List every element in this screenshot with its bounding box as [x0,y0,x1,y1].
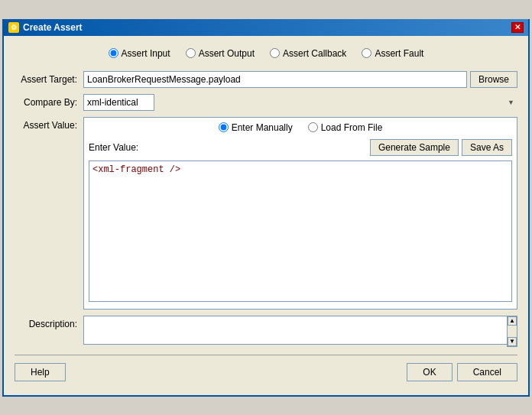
compare-by-label: Compare By: [15,97,83,108]
scroll-up-button[interactable]: ▲ [508,316,517,326]
close-button[interactable]: ✕ [511,22,524,33]
enter-value-label: Enter Value: [89,142,138,153]
help-button[interactable]: Help [15,363,66,381]
load-from-file-option[interactable]: Load From File [308,122,383,133]
assert-value-row: Assert Value: Enter Manually Load From F… [15,117,517,310]
enter-manually-label: Enter Manually [232,122,293,133]
footer-divider [15,355,517,355]
assert-input-label: Assert Input [122,48,170,59]
assert-fault-option[interactable]: Assert Fault [362,48,423,59]
assert-input-option[interactable]: Assert Input [109,48,170,59]
assert-input-radio[interactable] [109,48,118,58]
title-bar: ⚙ Create Assert ✕ [4,19,528,36]
footer-right-buttons: OK Cancel [407,363,517,381]
code-editor[interactable] [89,160,512,302]
description-label: Description: [15,316,83,347]
dialog-content: Assert Input Assert Output Assert Callba… [4,36,528,395]
compare-by-select[interactable]: xml-identical xml-similar exact contains [83,94,154,111]
value-source-row: Enter Manually Load From File [89,122,512,133]
assert-target-controls: Browse [83,71,517,88]
enter-manually-option[interactable]: Enter Manually [219,122,293,133]
assert-fault-radio[interactable] [362,48,371,58]
compare-by-row: Compare By: xml-identical xml-similar ex… [15,94,517,111]
title-bar-left: ⚙ Create Assert [8,22,83,33]
assert-target-input[interactable] [83,71,467,88]
assert-target-label: Assert Target: [15,74,83,85]
assert-callback-label: Assert Callback [283,48,346,59]
browse-button[interactable]: Browse [470,71,517,88]
assert-value-panel: Enter Manually Load From File Enter Valu… [83,117,517,310]
enter-value-row: Enter Value: Generate Sample Save As [89,139,512,156]
cancel-button[interactable]: Cancel [457,363,517,381]
assert-type-row: Assert Input Assert Output Assert Callba… [15,44,517,63]
generate-sample-button[interactable]: Generate Sample [370,139,459,156]
assert-callback-radio[interactable] [270,48,280,58]
assert-fault-label: Assert Fault [375,48,423,59]
scroll-down-button[interactable]: ▼ [508,337,517,346]
load-from-file-label: Load From File [321,122,383,133]
assert-output-label: Assert Output [199,48,255,59]
footer-row: Help OK Cancel [15,358,517,387]
enter-manually-radio[interactable] [219,122,229,132]
create-assert-dialog: ⚙ Create Assert ✕ Assert Input Assert Ou… [2,19,530,397]
assert-target-row: Assert Target: Browse [15,71,517,88]
window-title: Create Assert [23,22,83,33]
description-input[interactable] [83,316,517,345]
window-icon: ⚙ [8,22,19,33]
load-from-file-radio[interactable] [308,122,318,132]
description-scrollbar[interactable]: ▲ ▼ [507,316,517,347]
ok-button[interactable]: OK [407,363,452,381]
assert-output-radio[interactable] [186,48,196,58]
assert-output-option[interactable]: Assert Output [186,48,255,59]
save-as-button[interactable]: Save As [462,139,512,156]
assert-value-label: Assert Value: [15,117,83,310]
value-buttons: Generate Sample Save As [370,139,512,156]
assert-callback-option[interactable]: Assert Callback [270,48,346,59]
compare-by-controls: xml-identical xml-similar exact contains [83,94,517,111]
description-row: Description: ▲ ▼ [15,316,517,347]
description-area-wrapper: ▲ ▼ [83,316,517,347]
compare-by-wrapper: xml-identical xml-similar exact contains [83,94,517,111]
